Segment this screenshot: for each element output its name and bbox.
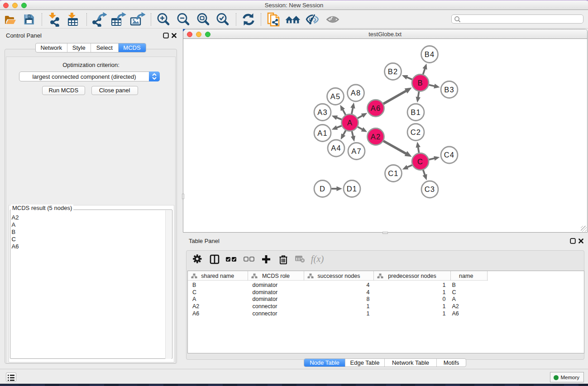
svg-text:B2: B2: [387, 67, 397, 76]
svg-text:A: A: [347, 119, 352, 127]
svg-text:C2: C2: [410, 128, 421, 136]
svg-text:C: C: [417, 157, 423, 166]
svg-text:A1: A1: [317, 129, 327, 137]
svg-text:A4: A4: [331, 144, 341, 152]
svg-text:B4: B4: [424, 50, 434, 58]
svg-text:D: D: [319, 185, 325, 193]
svg-text:A7: A7: [351, 147, 361, 155]
svg-text:A8: A8: [350, 89, 360, 97]
svg-text:B1: B1: [411, 108, 421, 116]
svg-text:A6: A6: [370, 104, 380, 112]
svg-text:D1: D1: [346, 185, 357, 193]
svg-text:C1: C1: [388, 169, 398, 177]
svg-text:A3: A3: [317, 108, 327, 116]
svg-text:B3: B3: [444, 86, 454, 94]
svg-text:C3: C3: [424, 185, 435, 193]
svg-text:A5: A5: [330, 92, 340, 100]
svg-text:B: B: [417, 79, 423, 87]
svg-text:A2: A2: [370, 133, 380, 141]
svg-text:C4: C4: [444, 151, 454, 159]
